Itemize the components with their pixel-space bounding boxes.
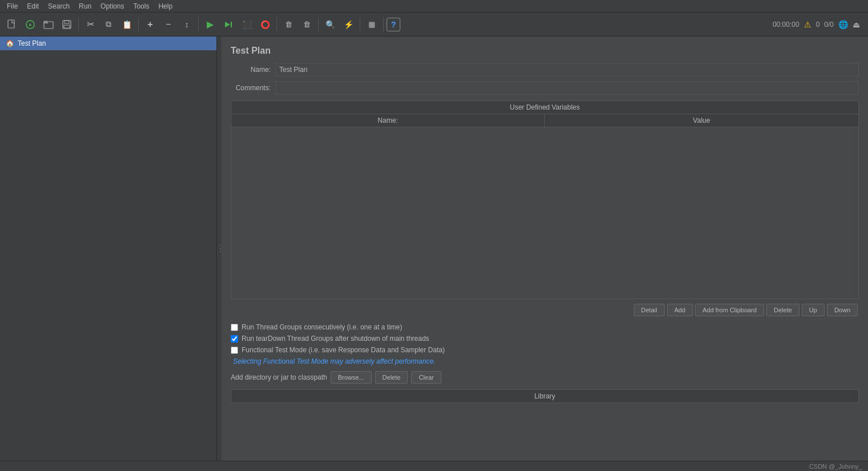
main-layout: 🏠 Test Plan ⋮ Test Plan Name: Comments: …: [0, 37, 868, 461]
functional-test-checkbox[interactable]: [231, 347, 238, 354]
add-from-clipboard-button[interactable]: Add from Clipboard: [695, 304, 764, 316]
run-treeview-button[interactable]: ⚡: [340, 16, 357, 33]
content-area: Test Plan Name: Comments: User Defined V…: [222, 37, 868, 461]
toggle-button[interactable]: ↕: [178, 16, 195, 33]
name-label: Name:: [231, 66, 271, 74]
menu-search[interactable]: Search: [43, 1, 74, 11]
menu-edit[interactable]: Edit: [22, 1, 43, 11]
checkbox-section: Run Thread Groups consecutively (i.e. on…: [231, 323, 859, 354]
exit-icon: ⏏: [853, 20, 860, 29]
expand-button[interactable]: +: [142, 16, 159, 33]
svg-rect-6: [65, 21, 69, 23]
col-value-header: Value: [545, 114, 858, 127]
remote-start-button[interactable]: ▦: [363, 16, 380, 33]
toolbar: ✦ ✂ ⧉ 📋 + − ↕ ▶ ⬛ ⭕ 🗑 🗑 🔍 ⚡ ▦ ? 00:00:00: [0, 13, 868, 37]
name-input[interactable]: [275, 63, 859, 77]
comments-label: Comments:: [231, 84, 271, 92]
sidebar: 🏠 Test Plan: [0, 37, 217, 461]
menu-help[interactable]: Help: [154, 1, 177, 11]
cut-button[interactable]: ✂: [82, 16, 99, 33]
notice-prefix: Selecting: [233, 357, 263, 365]
open-button[interactable]: [40, 16, 57, 33]
run-thread-groups-checkbox[interactable]: [231, 324, 238, 331]
browse-button[interactable]: Browse...: [331, 371, 372, 384]
statusbar-text: CSDN @_Johnny_: [809, 463, 862, 470]
notice-text: Selecting Functional Test Mode may adver…: [233, 357, 859, 365]
menu-options[interactable]: Options: [96, 1, 128, 11]
variables-section: User Defined Variables Name: Value: [231, 100, 859, 299]
warning-icon: ⚠: [804, 20, 811, 29]
panel-title: Test Plan: [231, 46, 859, 56]
remote-icon: 🌐: [838, 20, 848, 29]
classpath-label: Add directory or jar to classpath: [231, 373, 327, 381]
svg-rect-0: [8, 20, 14, 28]
add-button[interactable]: Add: [667, 304, 693, 316]
svg-rect-7: [64, 25, 70, 28]
resize-handle[interactable]: ⋮: [217, 37, 222, 461]
menu-run[interactable]: Run: [74, 1, 96, 11]
classpath-delete-button[interactable]: Delete: [375, 371, 408, 384]
classpath-row: Add directory or jar to classpath Browse…: [231, 371, 859, 384]
start-button[interactable]: ▶: [202, 16, 219, 33]
name-row: Name:: [231, 63, 859, 77]
error-ratio: 0/0: [824, 21, 834, 29]
run-thread-groups-row: Run Thread Groups consecutively (i.e. on…: [231, 323, 859, 331]
notice-highlight: Functional Test Mode: [263, 357, 328, 365]
statusbar-bottom: CSDN @_Johnny_: [0, 461, 868, 471]
run-teardown-row: Run tearDown Thread Groups after shutdow…: [231, 335, 859, 343]
variables-header: User Defined Variables: [231, 101, 858, 114]
detail-button[interactable]: Detail: [634, 304, 665, 316]
clear-btn[interactable]: 🗑: [280, 16, 297, 33]
sidebar-item-label: Test Plan: [18, 39, 46, 47]
menubar: File Edit Search Run Options Tools Help: [0, 0, 868, 13]
clear-button[interactable]: Clear: [411, 371, 441, 384]
col-name-header: Name:: [231, 114, 545, 127]
start-no-pause-button[interactable]: [220, 16, 237, 33]
elapsed-time: 00:00:00: [773, 21, 799, 29]
shutdown-button[interactable]: ⭕: [256, 16, 274, 33]
menu-file[interactable]: File: [2, 1, 22, 11]
menu-tools[interactable]: Tools: [128, 1, 154, 11]
comments-input[interactable]: [275, 81, 859, 95]
clear-all-btn[interactable]: 🗑: [298, 16, 315, 33]
save-button[interactable]: [58, 16, 75, 33]
variables-body[interactable]: [231, 127, 858, 299]
testplan-icon: 🏠: [6, 39, 14, 47]
collapse-button[interactable]: −: [160, 16, 177, 33]
templates-button[interactable]: ✦: [22, 16, 39, 33]
functional-test-label: Functional Test Mode (i.e. save Response…: [242, 346, 445, 354]
run-teardown-label: Run tearDown Thread Groups after shutdow…: [242, 335, 429, 343]
sidebar-item-testplan[interactable]: 🏠 Test Plan: [0, 37, 216, 50]
library-section: Library: [231, 389, 859, 403]
search-icon-btn[interactable]: 🔍: [322, 16, 339, 33]
comments-row: Comments:: [231, 81, 859, 95]
help-button[interactable]: ?: [387, 18, 400, 31]
stop-button[interactable]: ⬛: [238, 16, 255, 33]
library-header: Library: [231, 390, 858, 402]
run-teardown-checkbox[interactable]: [231, 335, 238, 343]
svg-marker-8: [225, 22, 230, 27]
notice-suffix: may adversely affect performance.: [328, 357, 435, 365]
copy-button[interactable]: ⧉: [100, 16, 117, 33]
run-thread-groups-label: Run Thread Groups consecutively (i.e. on…: [242, 323, 402, 331]
paste-button[interactable]: 📋: [118, 16, 135, 33]
warning-count: 0: [816, 21, 820, 29]
svg-text:✦: ✦: [28, 22, 33, 28]
functional-test-row: Functional Test Mode (i.e. save Response…: [231, 346, 859, 354]
up-button[interactable]: Up: [802, 304, 825, 316]
delete-button[interactable]: Delete: [766, 304, 799, 316]
variables-btn-row: Detail Add Add from Clipboard Delete Up …: [231, 304, 859, 316]
variables-columns: Name: Value: [231, 114, 858, 127]
down-button[interactable]: Down: [827, 304, 858, 316]
new-button[interactable]: [3, 16, 21, 33]
